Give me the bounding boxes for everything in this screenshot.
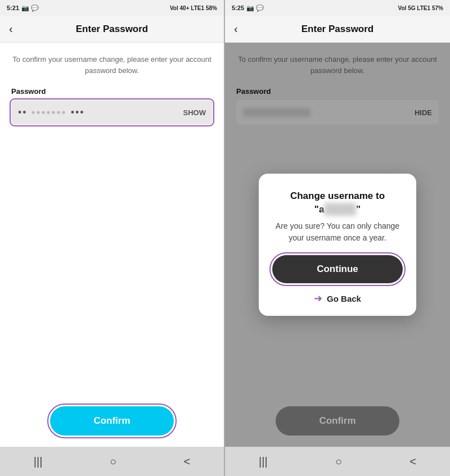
go-back-label[interactable]: Go Back [327, 294, 361, 303]
bottom-nav-left: ||| ○ < [0, 447, 224, 476]
modal-card: Change username to "a " Are you sure? Yo… [259, 174, 416, 316]
subtitle-left: To confirm your username change, please … [11, 54, 213, 76]
back-button-right[interactable]: ‹ [234, 22, 238, 35]
back-button-left[interactable]: ‹ [9, 22, 13, 35]
time-right: 5:25 [232, 4, 244, 11]
bottom-area-left: Confirm [11, 395, 213, 447]
modal-body: Are you sure? You can only change your u… [272, 220, 403, 244]
right-phone: 5:25 📷 💬 Vol 5G LTE1 57% ‹ Enter Passwor… [225, 0, 450, 476]
page-content-left: To confirm your username change, please … [0, 43, 224, 447]
page-content-right: To confirm your username change, please … [225, 43, 450, 447]
battery-left: 58% [206, 5, 217, 11]
show-button-left[interactable]: SHOW [183, 108, 206, 117]
status-right-left: Vol 40+ LTE1 58% [170, 5, 217, 11]
signal-right: Vol 5G LTE1 [398, 5, 430, 11]
status-bar-left: 5:21 📷 💬 Vol 40+ LTE1 58% [0, 0, 224, 16]
status-bar-right: 5:25 📷 💬 Vol 5G LTE1 57% [225, 0, 450, 16]
modal-title: Change username to "a " [272, 189, 403, 216]
password-dots-left: •• ••••••• ••• [18, 106, 183, 119]
nav-back-icon-left[interactable]: < [184, 455, 191, 468]
modal-overlay: Change username to "a " Are you sure? Yo… [225, 43, 450, 447]
time-left: 5:21 [7, 4, 19, 11]
nav-header-right: ‹ Enter Password [225, 16, 450, 43]
nav-menu-icon-left[interactable]: ||| [34, 455, 43, 468]
nav-back-icon-right[interactable]: < [410, 455, 416, 468]
nav-header-left: ‹ Enter Password [0, 16, 224, 43]
nav-menu-icon-right[interactable]: ||| [259, 455, 268, 468]
left-phone: 5:21 📷 💬 Vol 40+ LTE1 58% ‹ Enter Passwo… [0, 0, 225, 476]
password-field-left[interactable]: •• ••••••• ••• SHOW [11, 100, 213, 125]
continue-button[interactable]: Continue [272, 255, 403, 283]
go-back-row[interactable]: ➜ Go Back [272, 292, 403, 305]
bottom-nav-right: ||| ○ < [225, 447, 450, 476]
icons-left: 📷 💬 [21, 4, 39, 12]
signal-left: Vol 40+ LTE1 [170, 5, 204, 11]
nav-home-icon-right[interactable]: ○ [335, 455, 342, 468]
go-back-arrow-icon: ➜ [314, 292, 322, 305]
status-left: 5:21 📷 💬 [7, 4, 39, 12]
page-title-left: Enter Password [76, 24, 148, 35]
field-label-left: Password [11, 87, 213, 96]
battery-right: 57% [432, 5, 443, 11]
nav-home-icon-left[interactable]: ○ [110, 455, 116, 468]
confirm-button-left[interactable]: Confirm [50, 406, 174, 436]
icons-right: 📷 💬 [246, 4, 264, 12]
page-title-right: Enter Password [302, 24, 374, 35]
status-right-right: Vol 5G LTE1 57% [398, 5, 443, 11]
status-left-right: 5:25 📷 💬 [232, 4, 264, 12]
